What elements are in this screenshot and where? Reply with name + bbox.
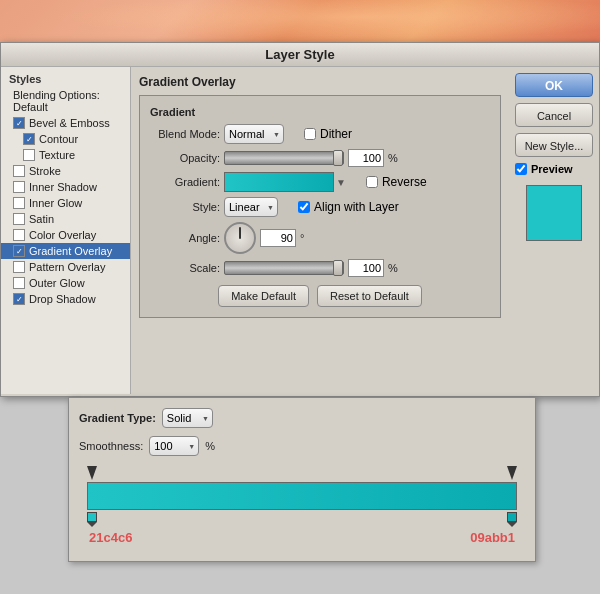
preview-checkbox[interactable] xyxy=(515,163,527,175)
sidebar-item-inner-glow[interactable]: Inner Glow xyxy=(1,195,130,211)
sidebar: Styles Blending Options: Default Bevel &… xyxy=(1,67,131,394)
gradient-bar[interactable] xyxy=(87,482,517,510)
scale-row: Scale: 100 % xyxy=(150,259,490,277)
reverse-label: Reverse xyxy=(382,175,427,189)
opacity-percent: % xyxy=(388,152,398,164)
color-labels: 21c4c6 09abb1 xyxy=(87,530,517,545)
bevel-emboss-checkbox[interactable] xyxy=(13,117,25,129)
top-decorative-image xyxy=(0,0,600,42)
new-style-button[interactable]: New Style... xyxy=(515,133,593,157)
color-stop-right[interactable] xyxy=(507,512,517,526)
right-panel: OK Cancel New Style... Preview xyxy=(509,67,599,394)
smoothness-select-wrapper[interactable]: 100 75 50 25 xyxy=(149,436,199,456)
scale-slider[interactable] xyxy=(224,261,344,275)
scale-percent: % xyxy=(388,262,398,274)
gradient-preview[interactable] xyxy=(224,172,334,192)
sidebar-item-bevel-emboss[interactable]: Bevel & Emboss xyxy=(1,115,130,131)
make-default-button[interactable]: Make Default xyxy=(218,285,309,307)
style-row: Style: Linear Radial Angle Align with La… xyxy=(150,197,490,217)
sidebar-item-color-overlay[interactable]: Color Overlay xyxy=(1,227,130,243)
smoothness-label: Smoothness: xyxy=(79,440,143,452)
inner-shadow-checkbox[interactable] xyxy=(13,181,25,193)
sidebar-item-contour[interactable]: Contour xyxy=(1,131,130,147)
sidebar-item-label: Inner Shadow xyxy=(29,181,97,193)
smoothness-select[interactable]: 100 75 50 25 xyxy=(149,436,199,456)
style-select[interactable]: Linear Radial Angle xyxy=(224,197,278,217)
subsection-title: Gradient xyxy=(150,106,490,118)
section-title: Gradient Overlay xyxy=(139,75,501,89)
texture-checkbox[interactable] xyxy=(23,149,35,161)
preview-swatch xyxy=(526,185,582,241)
color-overlay-checkbox[interactable] xyxy=(13,229,25,241)
sidebar-item-label: Texture xyxy=(39,149,75,161)
buttons-row: Make Default Reset to Default xyxy=(150,285,490,307)
drop-shadow-checkbox[interactable] xyxy=(13,293,25,305)
scale-thumb[interactable] xyxy=(333,260,343,276)
preview-section: Preview xyxy=(515,163,593,175)
sidebar-item-texture[interactable]: Texture xyxy=(1,147,130,163)
reverse-checkbox[interactable] xyxy=(366,176,378,188)
gradient-row: Gradient: ▼ Reverse xyxy=(150,172,490,192)
opacity-row: Opacity: 100 % xyxy=(150,149,490,167)
sidebar-item-label: Outer Glow xyxy=(29,277,85,289)
scale-label: Scale: xyxy=(150,262,220,274)
blend-mode-select[interactable]: Normal Multiply Screen xyxy=(224,124,284,144)
opacity-label: Opacity: xyxy=(150,152,220,164)
sidebar-item-label: Pattern Overlay xyxy=(29,261,105,273)
blend-mode-select-wrapper[interactable]: Normal Multiply Screen xyxy=(224,124,284,144)
outer-glow-checkbox[interactable] xyxy=(13,277,25,289)
dither-checkbox[interactable] xyxy=(304,128,316,140)
gradient-box: Gradient Blend Mode: Normal Multiply Scr… xyxy=(139,95,501,318)
gradient-preview-wrapper[interactable]: ▼ xyxy=(224,172,346,192)
opacity-stop-left[interactable] xyxy=(87,466,97,480)
gradient-dropdown-arrow[interactable]: ▼ xyxy=(336,177,346,188)
sidebar-item-label: Bevel & Emboss xyxy=(29,117,110,129)
contour-checkbox[interactable] xyxy=(23,133,35,145)
opacity-slider[interactable] xyxy=(224,151,344,165)
color-stop-left[interactable] xyxy=(87,512,97,526)
sidebar-item-stroke[interactable]: Stroke xyxy=(1,163,130,179)
preview-label: Preview xyxy=(531,163,573,175)
sidebar-item-label: Satin xyxy=(29,213,54,225)
style-select-wrapper[interactable]: Linear Radial Angle xyxy=(224,197,278,217)
reset-to-default-button[interactable]: Reset to Default xyxy=(317,285,422,307)
gradient-overlay-checkbox[interactable] xyxy=(13,245,25,257)
sidebar-item-label: Inner Glow xyxy=(29,197,82,209)
opacity-thumb[interactable] xyxy=(333,150,343,166)
opacity-stop-right[interactable] xyxy=(507,466,517,480)
sidebar-item-gradient-overlay[interactable]: Gradient Overlay xyxy=(1,243,130,259)
stroke-checkbox[interactable] xyxy=(13,165,25,177)
sidebar-item-outer-glow[interactable]: Outer Glow xyxy=(1,275,130,291)
satin-checkbox[interactable] xyxy=(13,213,25,225)
cancel-button[interactable]: Cancel xyxy=(515,103,593,127)
ok-button[interactable]: OK xyxy=(515,73,593,97)
sidebar-item-drop-shadow[interactable]: Drop Shadow xyxy=(1,291,130,307)
gradient-type-label: Gradient Type: xyxy=(79,412,156,424)
left-color-label: 21c4c6 xyxy=(89,530,132,545)
gradient-type-select[interactable]: Solid Noise xyxy=(162,408,213,428)
sidebar-item-satin[interactable]: Satin xyxy=(1,211,130,227)
sidebar-item-blending-options[interactable]: Blending Options: Default xyxy=(1,87,130,115)
align-layer-checkbox[interactable] xyxy=(298,201,310,213)
align-layer-label: Align with Layer xyxy=(314,200,399,214)
style-label: Style: xyxy=(150,201,220,213)
angle-dial[interactable] xyxy=(224,222,256,254)
gradient-type-select-wrapper[interactable]: Solid Noise xyxy=(162,408,213,428)
sidebar-item-label: Stroke xyxy=(29,165,61,177)
sidebar-item-inner-shadow[interactable]: Inner Shadow xyxy=(1,179,130,195)
sidebar-title: Styles xyxy=(1,71,130,87)
sidebar-item-label: Drop Shadow xyxy=(29,293,96,305)
sidebar-item-label: Color Overlay xyxy=(29,229,96,241)
dialog-title: Layer Style xyxy=(265,47,334,62)
scale-input[interactable]: 100 xyxy=(348,259,384,277)
sidebar-item-pattern-overlay[interactable]: Pattern Overlay xyxy=(1,259,130,275)
gradient-editor: Gradient Type: Solid Noise Smoothness: 1… xyxy=(68,397,536,562)
smoothness-row: Smoothness: 100 75 50 25 % xyxy=(79,436,525,456)
gradient-type-row: Gradient Type: Solid Noise xyxy=(79,408,525,428)
main-content: Gradient Overlay Gradient Blend Mode: No… xyxy=(131,67,509,394)
pattern-overlay-checkbox[interactable] xyxy=(13,261,25,273)
angle-input[interactable]: 90 xyxy=(260,229,296,247)
inner-glow-checkbox[interactable] xyxy=(13,197,25,209)
sidebar-item-label: Gradient Overlay xyxy=(29,245,112,257)
opacity-input[interactable]: 100 xyxy=(348,149,384,167)
